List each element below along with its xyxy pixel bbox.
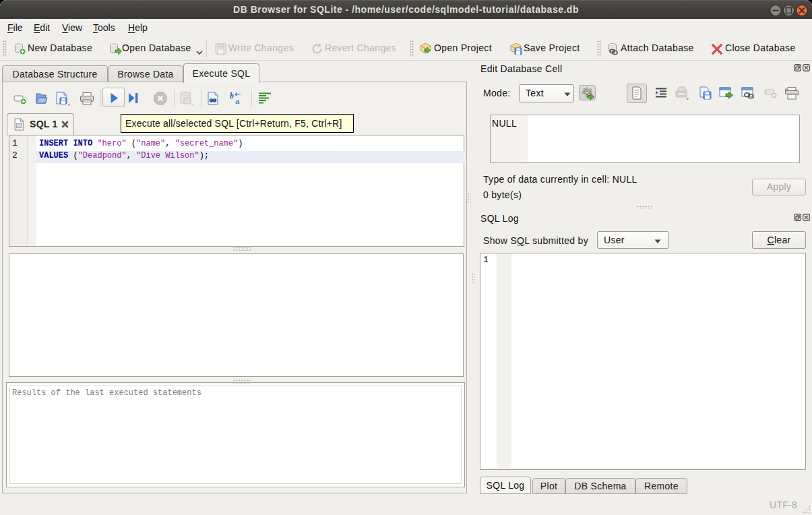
svg-text:a: a — [235, 96, 240, 105]
svg-text:b: b — [230, 92, 234, 100]
